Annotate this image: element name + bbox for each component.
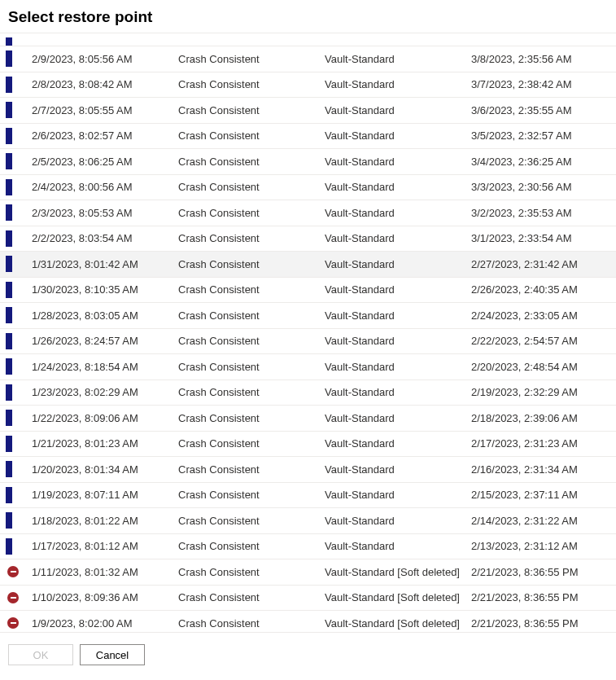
tier-cell: Vault-Standard — [325, 309, 471, 322]
time-cell: 2/6/2023, 8:02:57 AM — [32, 129, 178, 142]
expiry-cell: 2/24/2023, 2:33:05 AM — [471, 309, 616, 322]
expiry-cell: 3/1/2023, 2:33:54 AM — [471, 232, 616, 244]
consistency-cell: Crash Consistent — [178, 156, 325, 168]
status-cell — [6, 50, 32, 67]
tier-cell: Vault-Standard — [325, 437, 471, 450]
status-bar-icon — [6, 487, 12, 503]
expiry-cell: 3/7/2023, 2:38:42 AM — [471, 78, 616, 90]
tier-cell: Vault-Standard [Soft deleted] — [325, 566, 471, 578]
table-row[interactable]: 1/19/2023, 8:07:11 AMCrash ConsistentVau… — [0, 483, 616, 509]
tier-cell: Vault-Standard — [325, 78, 471, 90]
time-cell: 2/9/2023, 8:05:56 AM — [32, 53, 178, 65]
expiry-cell: 2/20/2023, 2:48:54 AM — [471, 361, 616, 373]
status-cell — [6, 230, 32, 247]
table-row[interactable]: 2/2/2023, 8:03:54 AMCrash ConsistentVaul… — [0, 226, 616, 252]
expiry-cell: 3/8/2023, 2:35:56 AM — [471, 53, 616, 65]
expiry-cell: 3/2/2023, 2:35:53 AM — [471, 207, 616, 219]
table-row[interactable]: 1/30/2023, 8:10:35 AMCrash ConsistentVau… — [0, 278, 616, 304]
status-bar-icon — [6, 436, 12, 452]
status-bar-icon — [6, 37, 12, 46]
table-row[interactable]: 1/26/2023, 8:24:57 AMCrash ConsistentVau… — [0, 329, 616, 355]
table-row[interactable]: 1/28/2023, 8:03:05 AMCrash ConsistentVau… — [0, 303, 616, 329]
tier-cell: Vault-Standard — [325, 489, 471, 501]
consistency-cell: Crash Consistent — [178, 207, 325, 219]
time-cell: 1/21/2023, 8:01:23 AM — [32, 437, 178, 450]
cancel-button[interactable]: Cancel — [80, 644, 145, 665]
expiry-cell: 3/5/2023, 2:32:57 AM — [471, 129, 616, 142]
time-cell: 2/8/2023, 8:08:42 AM — [32, 78, 178, 90]
table-row[interactable]: 1/10/2023, 8:09:36 AMCrash ConsistentVau… — [0, 586, 616, 612]
consistency-cell: Crash Consistent — [178, 104, 325, 116]
expiry-cell: 2/16/2023, 2:31:34 AM — [471, 463, 616, 476]
table-row[interactable]: 1/20/2023, 8:01:34 AMCrash ConsistentVau… — [0, 457, 616, 483]
tier-cell: Vault-Standard — [325, 386, 471, 398]
dialog-title: Select restore point — [8, 8, 606, 26]
status-cell — [6, 333, 32, 349]
table-row[interactable]: 1/17/2023, 8:01:12 AMCrash ConsistentVau… — [0, 534, 616, 560]
dialog-header: Select restore point — [0, 0, 616, 33]
time-cell: 1/31/2023, 8:01:42 AM — [32, 258, 178, 270]
deleted-status-icon — [7, 617, 19, 629]
table-row[interactable]: 1/11/2023, 8:01:32 AMCrash ConsistentVau… — [0, 559, 616, 586]
tier-cell: Vault-Standard — [325, 207, 471, 219]
status-bar-icon — [6, 153, 12, 169]
status-cell — [6, 153, 32, 169]
status-bar-icon — [6, 307, 12, 323]
expiry-cell: 2/14/2023, 2:31:22 AM — [471, 515, 616, 527]
status-bar-icon — [6, 102, 12, 118]
status-cell — [6, 37, 32, 46]
expiry-cell: 2/17/2023, 2:31:23 AM — [471, 437, 616, 450]
table-row[interactable]: 2/9/2023, 8:05:56 AMCrash ConsistentVaul… — [0, 46, 616, 72]
time-cell: 1/9/2023, 8:02:00 AM — [32, 617, 178, 630]
time-cell: 1/11/2023, 8:01:32 AM — [32, 566, 178, 578]
consistency-cell: Crash Consistent — [178, 591, 325, 603]
expiry-cell: 2/21/2023, 8:36:55 PM — [471, 617, 616, 630]
table-row[interactable]: 2/3/2023, 8:05:53 AMCrash ConsistentVaul… — [0, 200, 616, 226]
status-cell — [6, 179, 32, 195]
tier-cell: Vault-Standard [Soft deleted] — [325, 617, 471, 630]
consistency-cell: Crash Consistent — [178, 412, 325, 424]
table-row[interactable]: 2/8/2023, 8:08:42 AMCrash ConsistentVaul… — [0, 72, 616, 99]
expiry-cell: 2/13/2023, 2:31:12 AM — [471, 540, 616, 552]
time-cell: 1/19/2023, 8:07:11 AM — [32, 489, 178, 501]
ok-button[interactable]: OK — [8, 644, 73, 665]
consistency-cell: Crash Consistent — [178, 386, 325, 398]
expiry-cell: 2/22/2023, 2:54:57 AM — [471, 335, 616, 347]
table-row[interactable]: 2/7/2023, 8:05:55 AMCrash ConsistentVaul… — [0, 98, 616, 124]
status-cell — [6, 436, 32, 452]
expiry-cell: 2/15/2023, 2:37:11 AM — [471, 489, 616, 501]
status-bar-icon — [6, 358, 12, 375]
tier-cell: Vault-Standard — [325, 232, 471, 244]
time-cell: 1/22/2023, 8:09:06 AM — [32, 412, 178, 424]
tier-cell: Vault-Standard — [325, 335, 471, 347]
expiry-cell: 2/19/2023, 2:32:29 AM — [471, 386, 616, 398]
consistency-cell: Crash Consistent — [178, 78, 325, 90]
consistency-cell: Crash Consistent — [178, 53, 325, 65]
table-row[interactable]: 2/5/2023, 8:06:25 AMCrash ConsistentVaul… — [0, 149, 616, 175]
table-row[interactable]: 1/22/2023, 8:09:06 AMCrash ConsistentVau… — [0, 406, 616, 432]
table-row[interactable]: 1/31/2023, 8:01:42 AMCrash ConsistentVau… — [0, 252, 616, 278]
status-cell — [6, 592, 32, 603]
time-cell: 1/30/2023, 8:10:35 AM — [32, 283, 178, 296]
consistency-cell: Crash Consistent — [178, 437, 325, 450]
status-cell — [6, 512, 32, 529]
table-row[interactable]: 1/24/2023, 8:18:54 AMCrash ConsistentVau… — [0, 354, 616, 380]
expiry-cell: 2/18/2023, 2:39:06 AM — [471, 412, 616, 424]
table-row[interactable]: 2/6/2023, 8:02:57 AMCrash ConsistentVaul… — [0, 124, 616, 150]
table-row[interactable]: 1/18/2023, 8:01:22 AMCrash ConsistentVau… — [0, 508, 616, 534]
tier-cell: Vault-Standard [Soft deleted] — [325, 591, 471, 603]
expiry-cell: 2/21/2023, 8:36:55 PM — [471, 566, 616, 578]
tier-cell: Vault-Standard — [325, 463, 471, 476]
table-row[interactable]: 1/21/2023, 8:01:23 AMCrash ConsistentVau… — [0, 432, 616, 458]
deleted-status-icon — [7, 566, 19, 577]
expiry-cell: 3/3/2023, 2:30:56 AM — [471, 181, 616, 193]
status-cell — [6, 102, 32, 118]
status-bar-icon — [6, 461, 12, 477]
table-row[interactable]: 1/23/2023, 8:02:29 AMCrash ConsistentVau… — [0, 380, 616, 406]
table-row[interactable]: 2/4/2023, 8:00:56 AMCrash ConsistentVaul… — [0, 175, 616, 201]
status-cell — [6, 487, 32, 503]
time-cell: 1/17/2023, 8:01:12 AM — [32, 540, 178, 552]
consistency-cell: Crash Consistent — [178, 232, 325, 244]
consistency-cell: Crash Consistent — [178, 335, 325, 347]
status-bar-icon — [6, 333, 12, 349]
